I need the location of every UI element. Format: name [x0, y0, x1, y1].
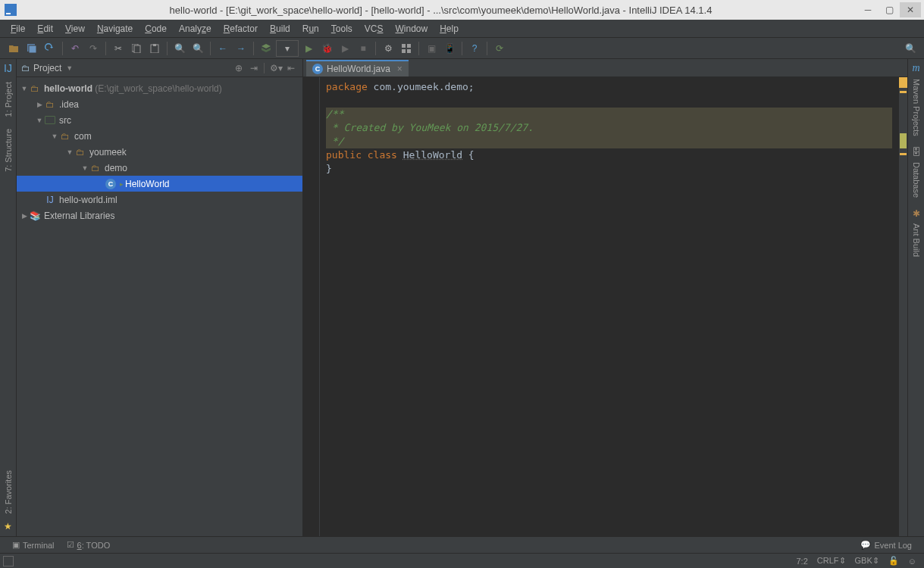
sync-icon[interactable] [42, 40, 58, 57]
lock-icon[interactable]: 🔓 [888, 556, 899, 566]
back-icon[interactable]: ← [215, 40, 231, 57]
coverage-icon[interactable]: ▶ [337, 40, 353, 57]
window-title: hello-world - [E:\git_work_space\hello-w… [24, 5, 857, 16]
settings-icon[interactable]: ⚙ [380, 40, 396, 57]
close-button[interactable]: ✕ [900, 2, 921, 17]
tree-root-path: (E:\git_work_space\hello-world) [95, 83, 221, 94]
svg-rect-11 [407, 49, 411, 53]
menu-navigate[interactable]: Navigate [91, 22, 139, 36]
make-project-icon[interactable] [258, 40, 274, 57]
structure-tool-tab[interactable]: 7: Structure [2, 124, 14, 176]
menu-build[interactable]: Build [264, 22, 296, 36]
right-tool-gutter: m Maven Projects 🗄 Database ✱ Ant Build [907, 59, 924, 536]
editor-gutter [303, 77, 320, 536]
forward-icon[interactable]: → [233, 40, 249, 57]
menu-view[interactable]: View [59, 22, 91, 36]
database-tool-tab[interactable]: Database [910, 158, 922, 202]
run-config-dropdown[interactable]: ▾ [276, 40, 299, 57]
terminal-tool-tab[interactable]: ▣ Terminal [12, 540, 55, 550]
ant-tool-tab[interactable]: Ant Build [910, 219, 922, 261]
tree-external-libraries[interactable]: ▶ 📚 External Libraries [17, 208, 302, 223]
tree-helloworld-class[interactable]: C ▸ HelloWorld [17, 176, 302, 192]
maven-tool-tab[interactable]: Maven Projects [910, 74, 922, 141]
svg-rect-8 [402, 44, 406, 48]
tree-root-name: hello-world [44, 83, 92, 94]
code-editor[interactable]: package com.youmeek.demo; /** * Created … [303, 77, 907, 536]
scroll-to-source-icon[interactable]: ⊕ [232, 61, 246, 75]
java-class-icon: C [105, 179, 117, 189]
hide-panel-icon[interactable]: ⇤ [284, 61, 298, 75]
intellij-j-icon: IJ [4, 62, 12, 74]
menu-tools[interactable]: Tools [325, 22, 359, 36]
main-toolbar: ↶ ↷ ✂ 🔍 🔍 ← → ▾ ▶ 🐞 ▶ ■ ⚙ ▣ 📱 ? ⟳ 🔍 [0, 38, 924, 59]
editor-tab-helloworld[interactable]: C HelloWorld.java × [306, 60, 409, 76]
libraries-icon: 📚 [29, 211, 41, 221]
menu-edit[interactable]: Edit [31, 22, 59, 36]
stop-icon[interactable]: ■ [355, 40, 371, 57]
close-tab-icon[interactable]: × [397, 64, 402, 74]
help-icon[interactable]: ? [466, 40, 483, 57]
save-all-icon[interactable] [23, 40, 40, 57]
paste-icon[interactable] [146, 40, 163, 57]
project-view-dropdown[interactable]: ▼ [66, 64, 73, 72]
svg-rect-1 [6, 13, 11, 14]
hector-icon[interactable]: ☺ [908, 557, 916, 566]
event-log-tab[interactable]: 💬 Event Log [860, 540, 912, 550]
tree-demo-package[interactable]: ▼ 🗀 demo [17, 160, 302, 176]
package-icon: 🗀 [59, 131, 71, 142]
menu-vcs[interactable]: VCS [359, 22, 390, 36]
svg-rect-5 [134, 45, 140, 53]
database-icon: 🗄 [912, 147, 921, 158]
favorites-tool-tab[interactable]: 2: Favorites [2, 466, 14, 518]
tree-com-package[interactable]: ▼ 🗀 com [17, 128, 302, 144]
project-structure-icon[interactable] [398, 40, 415, 57]
search-everywhere-icon[interactable]: 🔍 [902, 40, 919, 57]
menu-window[interactable]: Window [389, 22, 434, 36]
project-tree: ▼ 🗀 hello-world (E:\git_work_space\hello… [17, 77, 302, 536]
status-bar: 7:2 CRLF⇕ GBK⇕ 🔓 ☺ [0, 553, 924, 568]
bottom-tool-bar: ▣ Terminal ☑ 6: TODO 💬 Event Log [0, 536, 924, 553]
caret-position[interactable]: 7:2 [797, 557, 808, 566]
maven-m-icon: m [912, 62, 919, 74]
tree-root[interactable]: ▼ 🗀 hello-world (E:\git_work_space\hello… [17, 80, 302, 96]
redo-icon[interactable]: ↷ [85, 40, 102, 57]
tree-idea-folder[interactable]: ▶ 🗀 .idea [17, 96, 302, 112]
menu-bar: File Edit View Navigate Code Analyze Ref… [0, 20, 924, 38]
maximize-button[interactable]: ▢ [879, 2, 900, 17]
editor-area: C HelloWorld.java × package com.youmeek.… [303, 59, 907, 536]
jrebel-icon[interactable]: ⟳ [491, 40, 508, 57]
open-icon[interactable] [5, 40, 22, 57]
tree-iml-file[interactable]: IJ hello-world.iml [17, 192, 302, 208]
debug-icon[interactable]: 🐞 [318, 40, 335, 57]
file-encoding[interactable]: GBK⇕ [855, 556, 879, 566]
panel-settings-icon[interactable]: ⚙▾ [269, 61, 283, 75]
project-view-title[interactable]: Project [33, 63, 61, 73]
project-tool-tab[interactable]: 1: Project [2, 77, 14, 121]
favorites-star-icon: ★ [4, 521, 12, 532]
menu-file[interactable]: File [5, 22, 31, 36]
copy-icon[interactable] [128, 40, 145, 57]
menu-refactor[interactable]: Refactor [218, 22, 264, 36]
cut-icon[interactable]: ✂ [110, 40, 127, 57]
error-stripe[interactable] [898, 77, 907, 536]
tree-src-folder[interactable]: ▼ src [17, 112, 302, 128]
avd-manager-icon[interactable]: 📱 [441, 40, 458, 57]
replace-icon[interactable]: 🔍 [189, 40, 206, 57]
menu-help[interactable]: Help [434, 22, 465, 36]
collapse-all-icon[interactable]: ⇥ [247, 61, 261, 75]
run-icon[interactable]: ▶ [300, 40, 317, 57]
todo-tool-tab[interactable]: ☑ 6: TODO [67, 540, 111, 550]
tree-youmeek-package[interactable]: ▼ 🗀 youmeek [17, 144, 302, 160]
menu-run[interactable]: Run [296, 22, 325, 36]
find-icon[interactable]: 🔍 [171, 40, 188, 57]
tool-windows-quick-access-icon[interactable] [3, 556, 14, 566]
menu-analyze[interactable]: Analyze [173, 22, 218, 36]
sdk-manager-icon[interactable]: ▣ [423, 40, 440, 57]
project-panel-header: 🗀 Project ▼ ⊕ ⇥ ⚙▾ ⇤ [17, 59, 302, 77]
line-separator[interactable]: CRLF⇕ [817, 556, 846, 566]
minimize-button[interactable]: ─ [857, 2, 879, 17]
menu-code[interactable]: Code [139, 22, 173, 36]
left-tool-gutter: IJ 1: Project 7: Structure 2: Favorites … [0, 59, 17, 536]
todo-icon: ☑ [67, 540, 74, 550]
undo-icon[interactable]: ↶ [67, 40, 83, 57]
